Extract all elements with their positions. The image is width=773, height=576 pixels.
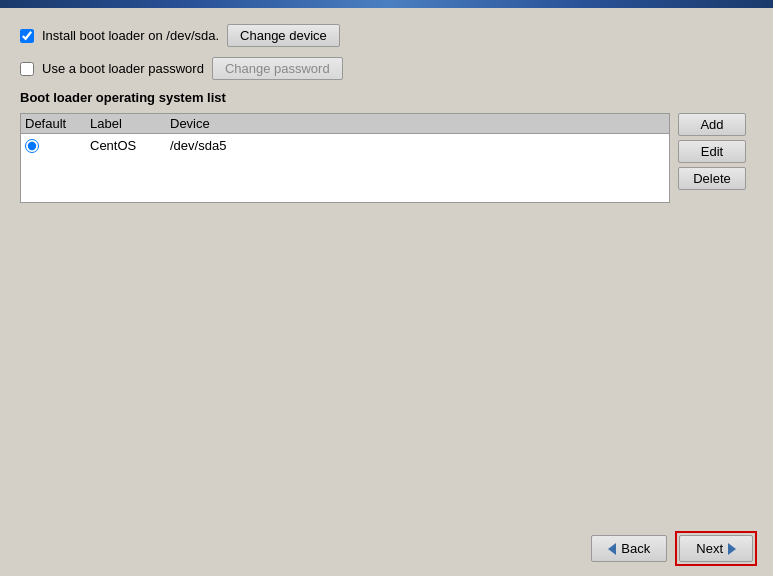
os-device-cell: /dev/sda5 [170,138,665,153]
install-bootloader-checkbox[interactable] [20,29,34,43]
add-button[interactable]: Add [678,113,746,136]
col-label-header: Label [90,116,170,131]
table-header: Default Label Device [21,114,669,134]
os-label-cell: CentOS [90,138,170,153]
install-bootloader-label: Install boot loader on /dev/sda. [42,28,219,43]
next-button-wrapper: Next [675,531,757,566]
main-content: Install boot loader on /dev/sda. Change … [0,8,773,219]
top-banner [0,0,773,8]
next-button[interactable]: Next [679,535,753,562]
back-button[interactable]: Back [591,535,667,562]
change-password-button[interactable]: Change password [212,57,343,80]
use-password-checkbox[interactable] [20,62,34,76]
back-arrow-icon [608,543,616,555]
os-list-title: Boot loader operating system list [20,90,753,105]
next-arrow-icon [728,543,736,555]
delete-button[interactable]: Delete [678,167,746,190]
edit-button[interactable]: Edit [678,140,746,163]
install-bootloader-row: Install boot loader on /dev/sda. Change … [20,24,753,47]
default-os-radio[interactable] [25,139,39,153]
next-label: Next [696,541,723,556]
use-password-label: Use a boot loader password [42,61,204,76]
os-table: Default Label Device CentOS /dev/sda5 [20,113,670,203]
use-password-row: Use a boot loader password Change passwo… [20,57,753,80]
bottom-navigation: Back Next [0,521,773,576]
back-label: Back [621,541,650,556]
radio-cell [25,139,90,153]
table-row[interactable]: CentOS /dev/sda5 [21,134,669,157]
change-device-button[interactable]: Change device [227,24,340,47]
col-default-header: Default [25,116,90,131]
col-device-header: Device [170,116,665,131]
table-action-buttons: Add Edit Delete [678,113,746,190]
os-table-container: Default Label Device CentOS /dev/sda5 Ad… [20,113,753,203]
